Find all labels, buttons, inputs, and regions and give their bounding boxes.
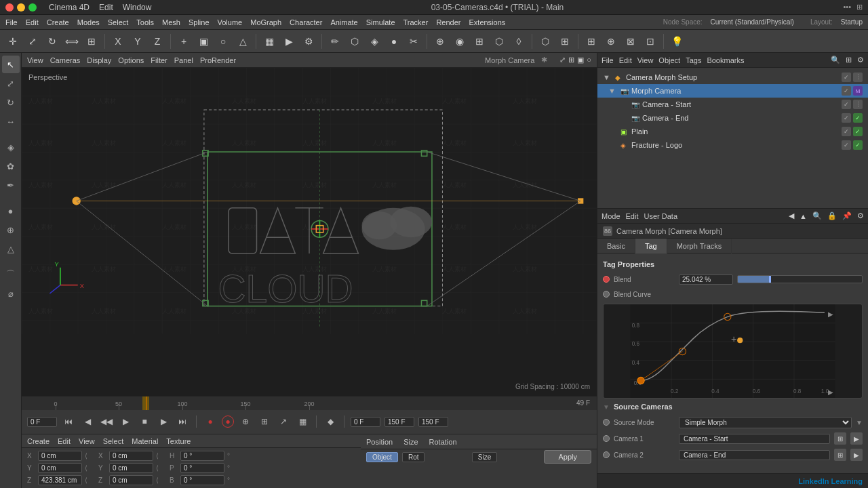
am-search-icon[interactable]: 🔍: [812, 211, 822, 220]
obj-camera-start[interactable]: 📷 Camera - Start ✓ ⋮: [597, 98, 868, 111]
am-back-icon[interactable]: ◀: [789, 211, 794, 220]
menu-window[interactable]: Window: [123, 3, 152, 12]
bm-edit[interactable]: Edit: [58, 437, 71, 445]
cone-side-btn[interactable]: △: [2, 240, 20, 258]
modeling-btn[interactable]: ◈: [2, 138, 20, 156]
minimize-button[interactable]: [17, 3, 25, 12]
bm-texture[interactable]: Texture: [166, 437, 191, 445]
vp-render-icon[interactable]: ▣: [577, 56, 584, 64]
obj-cube-btn[interactable]: ▣: [195, 33, 212, 50]
menu-select[interactable]: Select: [108, 18, 129, 26]
menu-volume[interactable]: Volume: [218, 18, 243, 26]
om-search-icon[interactable]: 🔍: [831, 56, 840, 64]
am-fwd-icon[interactable]: ▲: [800, 212, 807, 220]
tag-dots1[interactable]: ⋮: [853, 100, 863, 109]
vp-view-menu[interactable]: View: [27, 56, 43, 64]
vp-display-menu[interactable]: Display: [87, 56, 111, 64]
paint-btn[interactable]: ✏: [326, 33, 344, 50]
array-btn[interactable]: ⊞: [556, 33, 574, 50]
sculpt-btn[interactable]: ✿: [2, 157, 20, 175]
menu-character[interactable]: Character: [290, 18, 322, 26]
select-mode-btn[interactable]: ↖: [2, 56, 20, 73]
tag-green2[interactable]: ✓: [853, 113, 863, 123]
am-edit[interactable]: Edit: [626, 212, 639, 220]
bm-material[interactable]: Material: [132, 437, 158, 445]
rot-h-input[interactable]: [180, 451, 224, 461]
menu-app[interactable]: Cinema 4D: [49, 3, 90, 12]
redo-btn[interactable]: Y: [129, 33, 146, 50]
tag-green3[interactable]: ✓: [853, 127, 863, 136]
vp-filter-menu[interactable]: Filter: [151, 56, 167, 64]
transform-btn[interactable]: ⊞: [83, 33, 100, 50]
tab-morph-tracks[interactable]: Morph Tracks: [667, 239, 732, 253]
menu-extensions[interactable]: Extensions: [469, 18, 505, 26]
obj-fracture-logo[interactable]: ◈ Fracture - Logo ✓ ✓: [597, 138, 868, 152]
step-fwd-btn[interactable]: ▶: [156, 414, 171, 429]
extrude-btn[interactable]: ⬡: [490, 33, 508, 50]
frame-end-input[interactable]: [384, 417, 414, 427]
rotation-mode-btn[interactable]: Rot: [402, 452, 425, 462]
point-btn[interactable]: ●: [385, 33, 403, 50]
obj-camera-end[interactable]: 📷 Camera - End ✓ ✓: [597, 111, 868, 125]
collapse-arrow[interactable]: ▼: [603, 403, 610, 411]
tag-dots[interactable]: ⋮: [853, 73, 863, 82]
tag-vis[interactable]: ✓: [842, 86, 851, 96]
rotate-tool-btn[interactable]: ↻: [43, 33, 61, 50]
camera1-input[interactable]: [679, 434, 830, 444]
size-z-input[interactable]: [109, 475, 153, 485]
scale-tool-btn[interactable]: ⟺: [63, 33, 81, 50]
tag-cb2[interactable]: ✓: [842, 113, 851, 123]
menu-render[interactable]: Render: [436, 18, 460, 26]
menu-file[interactable]: File: [5, 18, 18, 26]
size-mode-btn[interactable]: Size: [472, 452, 497, 462]
om-view[interactable]: View: [637, 56, 654, 64]
tag-cb1[interactable]: ✓: [842, 100, 851, 109]
render-settings-btn[interactable]: ⚙: [300, 33, 317, 50]
object-mode-btn[interactable]: Object: [366, 452, 398, 462]
record-btn[interactable]: ●: [203, 414, 218, 429]
tag-morph-purple[interactable]: M: [853, 86, 863, 96]
axis-btn[interactable]: ⊞: [583, 33, 600, 50]
motion-path-btn[interactable]: ⊕: [238, 414, 253, 429]
obj-cone-btn[interactable]: △: [234, 33, 252, 50]
menu-simulate[interactable]: Simulate: [366, 18, 395, 26]
frame-max-input[interactable]: [418, 417, 448, 427]
tag-checkbox[interactable]: ✓: [842, 73, 851, 82]
maximize-button[interactable]: [28, 3, 37, 12]
source-mode-select[interactable]: Simple Morph: [679, 417, 852, 428]
weld-btn[interactable]: ◉: [451, 33, 469, 50]
bend-side-btn[interactable]: ⌒: [2, 266, 20, 283]
am-user-data[interactable]: User Data: [644, 212, 678, 220]
menu-mograph[interactable]: MoGraph: [250, 18, 281, 26]
render-region-btn[interactable]: ▦: [260, 33, 278, 50]
motion-clip-btn[interactable]: ▦: [295, 414, 310, 429]
vp-maximize-icon[interactable]: ⤢: [559, 56, 566, 64]
menu-create[interactable]: Create: [47, 18, 69, 26]
play-reverse-btn[interactable]: ◀◀: [99, 414, 114, 429]
menu-edit[interactable]: Edit: [99, 3, 113, 12]
magnet-btn[interactable]: ⊕: [602, 33, 620, 50]
vp-prorender-menu[interactable]: ProRender: [200, 56, 236, 64]
om-edit[interactable]: Edit: [619, 56, 632, 64]
edge-btn[interactable]: ◈: [366, 33, 383, 50]
camera2-input[interactable]: [679, 450, 830, 460]
om-settings-icon[interactable]: ⚙: [857, 56, 864, 64]
obj-camera-morph-setup[interactable]: ▼ ◆ Camera Morph Setup ✓ ⋮: [597, 70, 868, 84]
scale-mode-btn[interactable]: ↔: [2, 113, 20, 130]
tag-green4[interactable]: ✓: [853, 140, 863, 150]
add-btn[interactable]: +: [175, 33, 193, 50]
menu-tools[interactable]: Tools: [136, 18, 154, 26]
select-tool-btn[interactable]: ✛: [4, 33, 22, 50]
menu-mesh[interactable]: Mesh: [162, 18, 180, 26]
subdiv-btn[interactable]: ⬡: [536, 33, 554, 50]
play-btn[interactable]: ▶: [118, 414, 133, 429]
obj-sphere-btn[interactable]: ○: [214, 33, 232, 50]
om-file[interactable]: File: [601, 56, 614, 64]
om-object[interactable]: Object: [658, 56, 680, 64]
am-lock-icon[interactable]: 🔒: [827, 211, 837, 220]
rotate-mode-btn[interactable]: ↻: [2, 94, 20, 111]
close-button[interactable]: [5, 3, 14, 12]
render-view-btn[interactable]: ▶: [280, 33, 298, 50]
camera2-pick-btn[interactable]: ⊞: [834, 449, 846, 461]
knife-btn[interactable]: ✂: [405, 33, 422, 50]
